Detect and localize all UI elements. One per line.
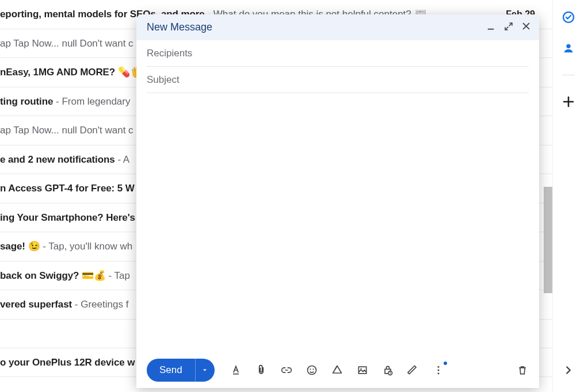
subject-field[interactable] [147, 74, 529, 86]
collapse-panel-icon[interactable] [562, 363, 575, 377]
indicator-dot [444, 362, 447, 365]
compose-title: New Message [147, 21, 212, 33]
attach-icon[interactable] [255, 364, 268, 376]
discard-icon[interactable] [516, 364, 529, 376]
svg-point-11 [437, 366, 439, 368]
svg-point-12 [437, 370, 439, 371]
link-icon[interactable] [280, 364, 293, 376]
svg-rect-3 [233, 374, 239, 375]
send-button-group: Send [147, 359, 215, 382]
scrollbar-thumb[interactable] [544, 187, 552, 293]
send-button[interactable]: Send [147, 359, 195, 382]
svg-point-8 [360, 368, 361, 369]
drive-icon[interactable] [331, 364, 343, 376]
formatting-icon[interactable] [230, 364, 242, 376]
svg-rect-2 [488, 28, 494, 29]
tasks-icon[interactable] [562, 10, 575, 24]
compose-toolbar: Send [136, 352, 539, 388]
side-divider [562, 75, 575, 75]
emoji-icon[interactable] [306, 364, 318, 376]
more-options-icon[interactable] [432, 364, 445, 376]
minimize-icon[interactable] [486, 21, 496, 34]
confidential-icon[interactable] [381, 364, 394, 376]
svg-point-5 [310, 368, 311, 370]
svg-point-4 [307, 366, 316, 375]
compose-header: New Message [136, 14, 539, 40]
svg-point-6 [312, 368, 314, 370]
compose-body[interactable] [147, 99, 529, 347]
compose-window: New Message [136, 14, 539, 388]
expand-icon[interactable] [504, 22, 513, 33]
signature-icon[interactable] [407, 364, 419, 376]
add-icon[interactable] [562, 95, 575, 109]
svg-point-13 [437, 372, 439, 374]
contacts-icon[interactable] [562, 41, 575, 55]
side-panel [552, 0, 584, 392]
svg-rect-7 [358, 367, 366, 374]
send-options-button[interactable] [195, 359, 215, 382]
image-icon[interactable] [356, 364, 369, 376]
close-icon[interactable] [521, 21, 531, 33]
svg-point-1 [566, 44, 570, 48]
recipients-field[interactable] [147, 48, 529, 59]
